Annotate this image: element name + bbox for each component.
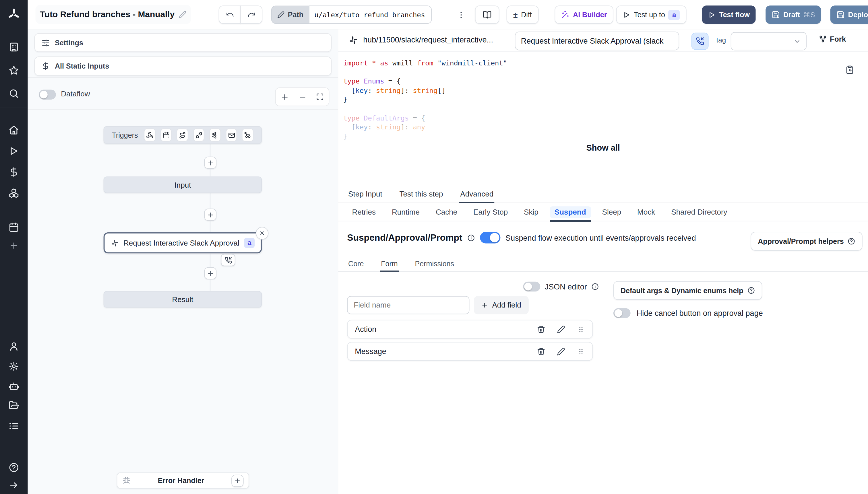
- sidebar-item-runs-icon[interactable]: [8, 146, 19, 156]
- sidebar-item-settings-icon[interactable]: [8, 361, 19, 372]
- more-menu-button[interactable]: [455, 5, 467, 24]
- sidebar-item-schedules-icon[interactable]: [8, 222, 19, 233]
- approval-helpers-button[interactable]: Approval/Prompt helpers: [751, 232, 863, 251]
- sidebar-item-resources-icon[interactable]: [8, 188, 19, 198]
- ai-builder-button[interactable]: AI Builder: [555, 5, 613, 24]
- static-inputs-button[interactable]: All Static Inputs: [34, 57, 332, 76]
- form-field-row[interactable]: Message: [347, 342, 593, 361]
- flow-edge: [210, 193, 210, 209]
- edit-field-icon[interactable]: [557, 325, 565, 334]
- input-node[interactable]: Input: [104, 176, 262, 193]
- tab-permissions[interactable]: Permissions: [414, 255, 455, 271]
- test-up-to-button[interactable]: Test up to a: [616, 5, 687, 24]
- error-handler-node[interactable]: Error Handler: [117, 473, 249, 489]
- hide-cancel-toggle[interactable]: [613, 308, 631, 318]
- subtab-retries[interactable]: Retries: [347, 206, 381, 218]
- tab-core[interactable]: Core: [347, 255, 365, 271]
- sidebar-item-audit-logs-icon[interactable]: [8, 421, 19, 432]
- test-flow-button[interactable]: Test flow: [702, 5, 756, 24]
- plus-icon: [481, 302, 488, 309]
- insert-step-button[interactable]: [204, 267, 217, 279]
- flow-settings-button[interactable]: Settings: [34, 33, 332, 52]
- sidebar-help-icon[interactable]: [8, 462, 19, 473]
- tab-form[interactable]: Form: [380, 255, 399, 271]
- step-name-input[interactable]: [515, 32, 679, 51]
- flow-title-text: Tuto Refund branches - Manually: [40, 10, 174, 19]
- dataflow-toggle[interactable]: [39, 90, 56, 99]
- sidebar-item-account-icon[interactable]: [8, 341, 19, 352]
- subtab-suspend[interactable]: Suspend: [549, 206, 591, 218]
- fit-view-icon[interactable]: [316, 93, 324, 101]
- sidebar-item-home-icon[interactable]: [8, 125, 19, 135]
- clipboard-paste-icon[interactable]: [845, 65, 854, 74]
- subtab-skip[interactable]: Skip: [519, 206, 543, 218]
- suspend-indicator-button[interactable]: [691, 33, 709, 50]
- redo-button[interactable]: [240, 5, 262, 24]
- drag-handle-icon[interactable]: [577, 325, 585, 334]
- sidebar-item-variables-icon[interactable]: [8, 167, 19, 177]
- field-name-input[interactable]: [347, 296, 469, 315]
- subtab-sleep[interactable]: Sleep: [597, 206, 626, 218]
- tab-step-input[interactable]: Step Input: [347, 185, 383, 203]
- edit-title-icon[interactable]: [179, 11, 187, 18]
- path-button[interactable]: Path: [271, 5, 309, 24]
- insert-step-button[interactable]: [204, 157, 217, 169]
- subtab-runtime[interactable]: Runtime: [387, 206, 425, 218]
- webhook-trigger-icon[interactable]: [144, 128, 155, 141]
- undo-button[interactable]: [219, 5, 241, 24]
- subtab-cache[interactable]: Cache: [431, 206, 462, 218]
- sidebar-item-search-icon[interactable]: [8, 88, 19, 99]
- path-input[interactable]: [309, 5, 432, 24]
- add-field-button[interactable]: Add field: [474, 296, 529, 315]
- docs-button[interactable]: [475, 5, 499, 24]
- info-icon[interactable]: [467, 234, 475, 242]
- schedule-trigger-icon[interactable]: [161, 128, 172, 141]
- hub-script-path[interactable]: hub/11500/slack/request_interactive...: [363, 35, 493, 44]
- websocket-trigger-icon[interactable]: [193, 128, 205, 141]
- triggers-node[interactable]: Triggers: [104, 126, 262, 144]
- tab-test-this-step[interactable]: Test this step: [399, 185, 444, 203]
- email-trigger-icon[interactable]: [226, 128, 237, 141]
- poll-trigger-icon[interactable]: [242, 128, 254, 141]
- delete-field-icon[interactable]: [537, 347, 546, 356]
- suspend-step-badge[interactable]: [221, 254, 235, 266]
- code-editor[interactable]: import * as wmill from "windmill-client"…: [343, 58, 507, 141]
- sidebar-item-workspace-icon[interactable]: [8, 42, 19, 53]
- tag-select[interactable]: [731, 32, 807, 51]
- form-field-row[interactable]: Action: [347, 320, 593, 339]
- flow-edge: [210, 280, 210, 291]
- sidebar-item-folders-icon[interactable]: [8, 400, 19, 411]
- deploy-button[interactable]: Deploy: [830, 5, 868, 24]
- delete-field-icon[interactable]: [537, 325, 546, 334]
- remove-step-button[interactable]: [256, 227, 269, 240]
- windmill-logo-icon[interactable]: [6, 7, 21, 21]
- add-error-handler-button[interactable]: [232, 475, 243, 487]
- subtab-mock[interactable]: Mock: [632, 206, 660, 218]
- flow-edge: [210, 253, 210, 267]
- show-all-button[interactable]: Show all: [338, 143, 868, 152]
- kafka-trigger-icon[interactable]: [209, 128, 221, 141]
- suspend-enable-toggle[interactable]: [480, 232, 500, 243]
- diff-button[interactable]: ± Diff: [506, 5, 538, 24]
- insert-step-button[interactable]: [204, 209, 217, 221]
- zoom-in-icon[interactable]: [280, 93, 289, 101]
- fork-button[interactable]: Fork: [819, 35, 846, 43]
- flow-title[interactable]: Tuto Refund branches - Manually: [35, 5, 191, 24]
- sidebar-item-create-icon[interactable]: [9, 241, 19, 250]
- default-args-help-button[interactable]: Default args & Dynamic enums help: [613, 281, 762, 300]
- step-node-selected[interactable]: Request Interactive Slack Approval (... …: [104, 232, 262, 253]
- tab-advanced[interactable]: Advanced: [459, 185, 495, 203]
- sidebar-item-favorites-icon[interactable]: [8, 65, 19, 76]
- json-editor-toggle[interactable]: [523, 282, 540, 292]
- http-route-trigger-icon[interactable]: [177, 128, 188, 141]
- info-icon[interactable]: [591, 283, 599, 290]
- edit-field-icon[interactable]: [557, 347, 565, 356]
- result-node[interactable]: Result: [104, 291, 262, 307]
- sidebar-item-workers-icon[interactable]: [8, 381, 19, 392]
- subtab-early-stop[interactable]: Early Stop: [468, 206, 513, 218]
- subtab-shared-directory[interactable]: Shared Directory: [666, 206, 732, 218]
- sidebar-collapse-icon[interactable]: [9, 480, 19, 490]
- drag-handle-icon[interactable]: [577, 347, 585, 356]
- draft-button[interactable]: Draft ⌘S: [765, 5, 821, 24]
- zoom-out-icon[interactable]: [298, 93, 307, 101]
